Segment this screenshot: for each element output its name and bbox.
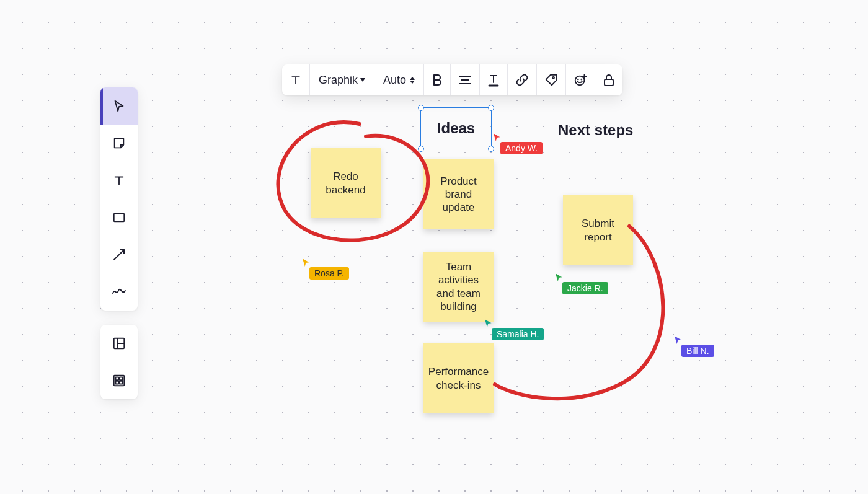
sticky-submit-report[interactable]: Submit report: [563, 195, 633, 265]
stepper-icon: [410, 77, 415, 84]
tag-button[interactable]: [537, 64, 566, 95]
collab-cursor-bill: Bill N.: [673, 335, 684, 346]
bold-icon: [432, 74, 443, 86]
collab-cursor-jackie: Jackie R.: [554, 272, 565, 283]
collab-name-tag: Rosa P.: [309, 267, 349, 280]
collab-name-tag: Bill N.: [681, 345, 714, 357]
svg-point-8: [575, 76, 585, 86]
tag-icon: [544, 73, 558, 87]
sticky-label: Product brand update: [428, 175, 489, 214]
font-size-label: Auto: [383, 74, 406, 87]
resize-handle-br[interactable]: [488, 146, 494, 152]
svg-rect-5: [116, 381, 119, 384]
tool-text[interactable]: [100, 162, 138, 199]
sticky-redo-backend[interactable]: Redo backend: [311, 148, 381, 218]
svg-rect-3: [116, 377, 119, 381]
main-toolbar: [100, 87, 138, 311]
link-button[interactable]: [508, 64, 537, 95]
tool-draw[interactable]: [100, 273, 138, 311]
bold-button[interactable]: [424, 64, 451, 95]
text-icon: [112, 174, 126, 187]
text-element-next-steps[interactable]: Next steps: [558, 121, 633, 139]
font-family-dropdown[interactable]: Graphik: [310, 64, 374, 95]
text-format-toolbar: Graphik Auto: [282, 64, 622, 95]
collab-cursor-rosa: Rosa P.: [301, 257, 312, 268]
tool-shape[interactable]: [100, 199, 138, 236]
collab-cursor-samalia: Samalia H.: [483, 318, 494, 329]
sticky-label: Submit report: [568, 217, 628, 244]
svg-rect-6: [120, 381, 123, 384]
collab-cursor-andy: Andy W.: [492, 132, 503, 143]
tool-sticky[interactable]: [100, 125, 138, 162]
sticky-note-icon: [112, 136, 126, 150]
chevron-down-icon: [360, 78, 365, 82]
text-color-icon: [487, 73, 500, 87]
collab-name-tag: Jackie R.: [562, 282, 608, 294]
text-tool-icon: [290, 73, 302, 87]
resize-handle-bl[interactable]: [418, 146, 424, 152]
tool-line[interactable]: [100, 236, 138, 273]
scribble-icon: [112, 287, 126, 297]
collab-name-tag: Samalia H.: [492, 328, 544, 340]
cursor-icon: [112, 99, 126, 113]
font-size-dropdown[interactable]: Auto: [374, 64, 424, 95]
layout-icon: [112, 337, 126, 350]
sticky-label: Performance check-ins: [428, 365, 489, 392]
tool-select[interactable]: [100, 87, 138, 125]
resize-handle-tl[interactable]: [418, 105, 424, 111]
ideas-heading-label: Ideas: [437, 120, 475, 137]
tool-apps[interactable]: [100, 362, 138, 399]
sticky-performance[interactable]: Performance check-ins: [423, 343, 494, 413]
align-button[interactable]: [451, 64, 480, 95]
resize-handle-tr[interactable]: [488, 105, 494, 111]
grid-icon: [112, 374, 126, 387]
svg-rect-0: [114, 214, 125, 222]
secondary-toolbar: [100, 325, 138, 399]
svg-point-10: [581, 79, 582, 80]
svg-rect-4: [120, 377, 123, 381]
lock-button[interactable]: [595, 64, 622, 95]
svg-rect-11: [604, 79, 613, 86]
text-element-ideas-selected[interactable]: Ideas: [420, 107, 492, 149]
arrow-icon: [112, 247, 126, 262]
font-family-label: Graphik: [319, 74, 358, 87]
align-center-icon: [458, 74, 472, 86]
emoji-icon: [574, 73, 587, 87]
sticky-label: Redo backend: [316, 170, 376, 196]
link-icon: [515, 73, 529, 87]
tool-template[interactable]: [100, 325, 138, 362]
lock-icon: [603, 73, 615, 87]
rectangle-icon: [112, 211, 126, 224]
collab-name-tag: Andy W.: [500, 142, 542, 154]
text-color-button[interactable]: [480, 64, 508, 95]
sticky-team-activities[interactable]: Team activities and team building: [423, 252, 494, 322]
sticky-brand-update[interactable]: Product brand update: [423, 159, 494, 229]
svg-point-9: [578, 79, 578, 80]
emoji-button[interactable]: [566, 64, 595, 95]
svg-point-7: [552, 77, 554, 79]
next-steps-heading-label: Next steps: [558, 121, 633, 138]
sticky-label: Team activities and team building: [428, 260, 489, 313]
format-text-tool[interactable]: [282, 64, 310, 95]
